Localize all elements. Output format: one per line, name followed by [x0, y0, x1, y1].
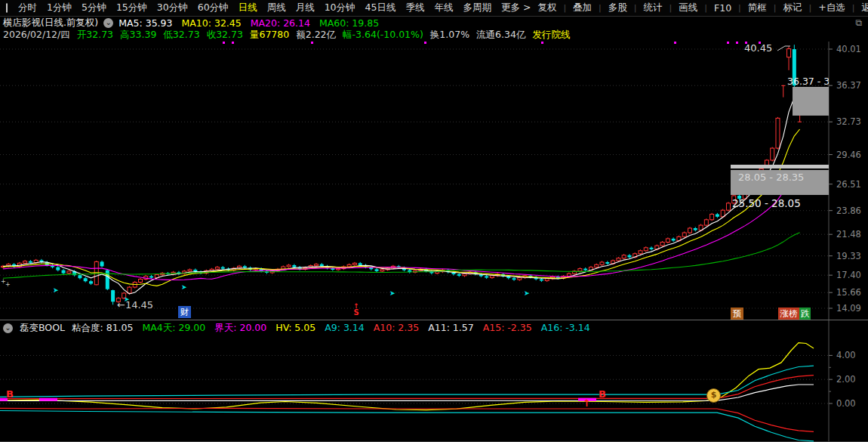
window-split-icon[interactable] [6, 3, 8, 13]
action-item[interactable]: 统计 [637, 2, 669, 14]
quote-field: 低32.73 [163, 29, 199, 42]
quote-field: 收32.73 [207, 29, 243, 42]
high-price-label: 40.45 [744, 42, 772, 54]
action-item[interactable]: 复权 [531, 2, 563, 14]
indicator-value-label: MA4天: 29.00 [142, 322, 205, 335]
svg-text:19.33: 19.33 [836, 251, 861, 261]
period-item[interactable]: 15分钟 [116, 2, 147, 14]
ma-value-label: MA20: 26.14 [251, 17, 310, 29]
quote-field: 换1.07% [430, 29, 469, 42]
ma-value-label: MA60: 19.85 [319, 17, 379, 29]
svg-text:26.51: 26.51 [836, 179, 861, 190]
period-item[interactable]: 更多 > [501, 2, 531, 14]
svg-text:17.40: 17.40 [836, 270, 861, 280]
buy-signal-b: B [599, 388, 606, 400]
quote-field: 开32.73 [77, 29, 113, 42]
svg-text:21.48: 21.48 [836, 229, 861, 240]
period-item[interactable]: 多周期 [463, 2, 491, 14]
quote-field: 流通6.34亿 [476, 29, 525, 42]
quote-field: 2026/02/12/四 [3, 29, 70, 42]
svg-text:40.01: 40.01 [836, 44, 861, 54]
indicator-value-label: A9: 3.14 [325, 322, 365, 335]
svg-text:15.66: 15.66 [836, 287, 861, 298]
low-price-label: ←14.45 [117, 299, 153, 311]
svg-text:14.09: 14.09 [836, 303, 861, 314]
action-item[interactable]: 画线 [672, 2, 704, 14]
zone-label: 25.50 - 28.05 [732, 197, 801, 209]
indicator-header: ⌄ 磊变BOOL 粘合度: 81.05MA4天: 29.00界天: 20.00H… [0, 322, 590, 335]
indicator-value-label: HV: 5.05 [275, 322, 315, 335]
main-price-chart[interactable]: 40.0136.3732.7329.4626.5123.8621.4819.33… [0, 42, 868, 320]
zhang-badge: 涨榜 [778, 308, 799, 320]
up-arrow-icon: ↑ [583, 397, 591, 409]
period-menu: 分时1分钟5分钟15分钟30分钟60分钟日线周线月线10分钟45日线季线年线多周… [18, 2, 531, 14]
svg-text:0.00: 0.00 [836, 398, 856, 409]
action-item[interactable]: F10 [707, 2, 738, 14]
ma-value-label: MA10: 32.45 [182, 17, 242, 29]
period-item[interactable]: 年线 [434, 2, 453, 14]
period-item[interactable]: 月线 [296, 2, 315, 14]
money-bag-icon: $ [706, 388, 721, 403]
indicator-title: 磊变BOOL [20, 322, 65, 335]
action-item[interactable]: 叠加 [566, 2, 599, 14]
svg-text:➤: ➤ [389, 289, 396, 297]
indicator-values: 粘合度: 81.05MA4天: 29.00界天: 20.00HV: 5.05A9… [72, 322, 590, 335]
indicator-panel[interactable]: 4.002.000.00 ⌄ 磊变BOOL 粘合度: 81.05MA4天: 29… [0, 320, 868, 442]
toolbar: 分时1分钟5分钟15分钟30分钟60分钟日线周线月线10分钟45日线季线年线多周… [0, 0, 868, 17]
period-item[interactable]: 日线 [239, 2, 257, 14]
yu-badge: 预 [731, 308, 743, 320]
indicator-value-label: A11: 1.57 [428, 322, 473, 335]
action-item[interactable]: +自选 [811, 2, 851, 14]
quote-field: 幅-3.64(-10.01%) [343, 29, 423, 42]
gap-strip [731, 165, 829, 168]
action-item[interactable]: 多股 [602, 2, 634, 14]
svg-text:+: + [5, 281, 11, 288]
gap-label-top: 36.37 - 33.39 [787, 76, 829, 87]
svg-text:2.00: 2.00 [836, 374, 856, 385]
period-item[interactable]: 30分钟 [157, 2, 188, 14]
action-item[interactable]: 标记 [777, 2, 809, 14]
period-item[interactable]: 45日线 [365, 2, 396, 14]
ma-values: MA5: 35.93MA10: 32.45MA20: 26.14MA60: 19… [119, 17, 379, 29]
svg-text:4.00: 4.00 [836, 350, 856, 360]
svg-text:23.86: 23.86 [836, 206, 861, 216]
signal-s-marker: ↑ S [352, 304, 360, 316]
period-item[interactable]: 5分钟 [82, 2, 106, 14]
die-badge: 跌 [799, 308, 811, 320]
ma-value-label: MA5: 35.93 [119, 17, 172, 29]
period-item[interactable]: 季线 [405, 2, 424, 14]
gap-zone-box-mid: 28.05 - 28.35 [731, 170, 829, 195]
quote-field: 发行院线 [532, 29, 570, 42]
period-item[interactable]: 10分钟 [325, 2, 356, 14]
quote-field: 额2.22亿 [296, 29, 336, 42]
indicator-value-label: A15: -2.35 [483, 322, 532, 335]
indicator-canvas[interactable]: 4.002.000.00 [0, 320, 868, 442]
svg-text:36.37: 36.37 [836, 80, 861, 91]
indicator-value-label: 界天: 20.00 [214, 322, 266, 335]
svg-text:➤: ➤ [524, 289, 530, 297]
svg-text:➤: ➤ [53, 286, 59, 294]
period-item[interactable]: 60分钟 [198, 2, 229, 14]
indicator-value-label: A10: 2.35 [374, 322, 419, 335]
action-item[interactable]: 返回 [854, 2, 868, 14]
period-item[interactable]: 分时 [18, 2, 37, 14]
svg-text:➤: ➤ [181, 283, 187, 291]
buy-signal-b: B [6, 388, 14, 400]
action-menu: 复权|叠加|多股|统计|画线|F10|简框|标记|+自选|返回 [531, 2, 868, 14]
gap-label-mid: 28.05 - 28.35 [731, 170, 829, 183]
quote-field: 高33.39 [120, 29, 156, 42]
chevron-down-icon[interactable]: ⌄ [3, 323, 13, 333]
indicator-value-label: 粘合度: 81.05 [72, 322, 133, 335]
chevron-down-icon[interactable]: ⌄ [103, 18, 113, 28]
title-row: 横店影视(日线.前复权) ⌄ MA5: 35.93MA10: 32.45MA20… [0, 17, 868, 29]
svg-text:32.73: 32.73 [836, 116, 861, 127]
gap-zone-box-top [793, 87, 829, 116]
cai-badge: 财 [178, 306, 191, 318]
period-item[interactable]: 周线 [267, 2, 286, 14]
period-item[interactable]: 1分钟 [47, 2, 72, 14]
action-item[interactable]: 简框 [741, 2, 774, 14]
svg-text:29.46: 29.46 [836, 150, 861, 160]
quote-field: 量67780 [250, 29, 289, 42]
stock-title: 横店影视(日线.前复权) [3, 17, 98, 29]
split-window-icon[interactable]: ⧉ [855, 17, 862, 28]
